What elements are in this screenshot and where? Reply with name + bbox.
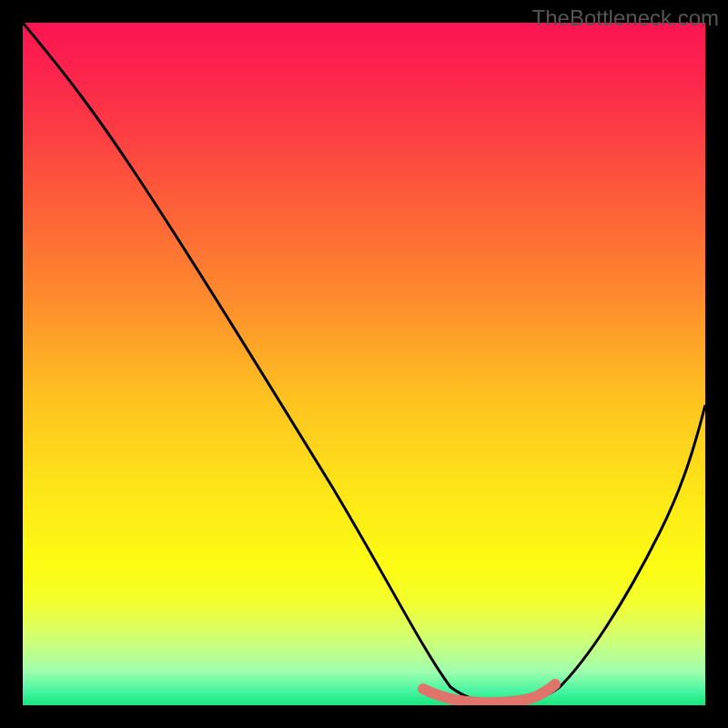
- chart-plot-area: [23, 23, 705, 705]
- optimal-band-line: [423, 684, 555, 703]
- watermark-text: TheBottleneck.com: [532, 5, 719, 31]
- bottleneck-curve-line: [23, 23, 705, 703]
- chart-svg: [23, 23, 705, 705]
